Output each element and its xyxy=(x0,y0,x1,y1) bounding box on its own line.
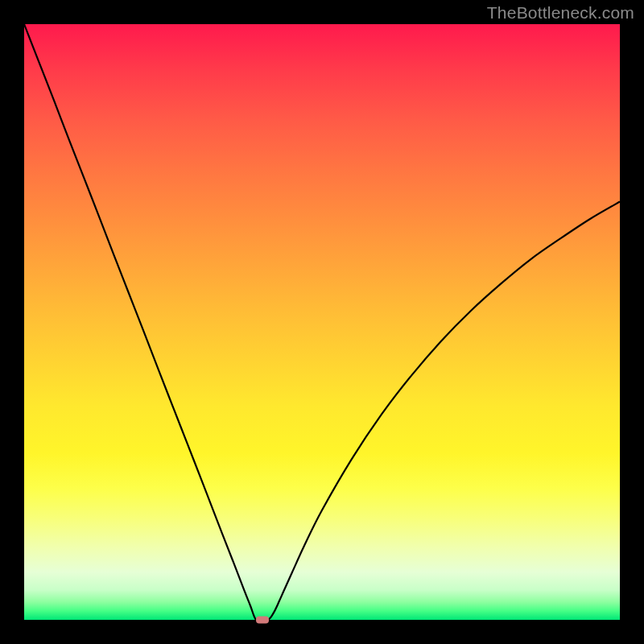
chart-plot-area xyxy=(24,24,620,620)
bottleneck-curve xyxy=(24,24,620,620)
curve-svg xyxy=(24,24,620,620)
minimum-marker xyxy=(256,617,269,624)
chart-frame: TheBottleneck.com xyxy=(0,0,644,644)
watermark-text: TheBottleneck.com xyxy=(487,3,634,23)
